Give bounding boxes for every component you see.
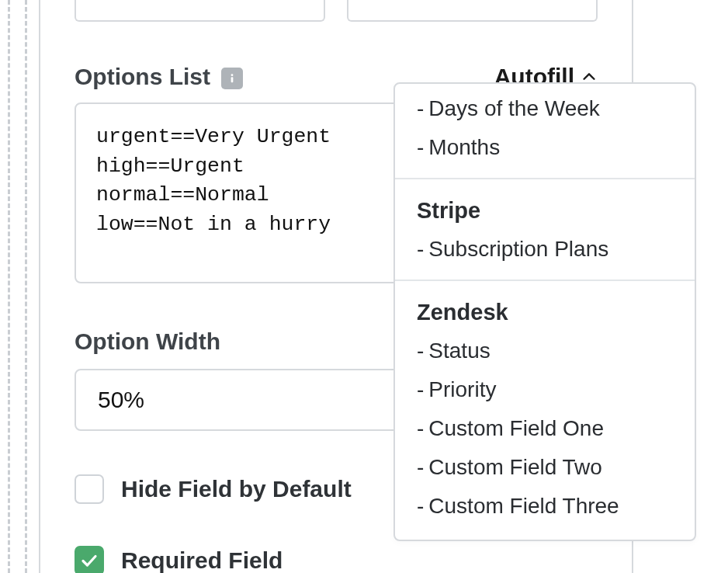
hide-field-checkbox[interactable] xyxy=(75,474,104,504)
autofill-option[interactable]: - Status xyxy=(395,332,695,370)
autofill-option[interactable]: - Custom Field Two xyxy=(395,448,695,487)
required-field-label: Required Field xyxy=(121,547,283,573)
top-input-right[interactable] xyxy=(347,0,598,22)
autofill-option-label: Custom Field Three xyxy=(428,494,619,519)
autofill-option[interactable]: - Priority xyxy=(395,370,695,409)
autofill-option-label: Priority xyxy=(428,377,496,402)
dash-icon: - xyxy=(417,455,424,480)
autofill-option[interactable]: - Days of the Week xyxy=(395,84,695,128)
options-list-label: Options List xyxy=(75,64,210,90)
top-input-left[interactable] xyxy=(75,0,325,22)
dash-icon: - xyxy=(417,339,424,363)
dropdown-divider xyxy=(395,178,695,179)
dash-icon: - xyxy=(417,494,424,519)
autofill-option-label: Subscription Plans xyxy=(428,237,608,262)
autofill-option-label: Status xyxy=(428,339,490,363)
tree-rail-2 xyxy=(25,0,27,573)
autofill-option[interactable]: - Subscription Plans xyxy=(395,230,695,269)
svg-rect-1 xyxy=(231,77,234,82)
autofill-option[interactable]: - Custom Field One xyxy=(395,409,695,448)
autofill-option-label: Days of the Week xyxy=(428,96,599,121)
dash-icon: - xyxy=(417,96,424,121)
autofill-option[interactable]: - Custom Field Three xyxy=(395,487,695,526)
required-field-checkbox[interactable] xyxy=(75,546,104,573)
dropdown-group-header: Stripe xyxy=(395,190,695,230)
dash-icon: - xyxy=(417,237,424,262)
info-icon[interactable] xyxy=(221,68,243,89)
autofill-option-label: Custom Field One xyxy=(428,416,604,441)
autofill-option[interactable]: - Months xyxy=(395,128,695,167)
svg-point-0 xyxy=(231,74,234,76)
dropdown-divider xyxy=(395,280,695,281)
dash-icon: - xyxy=(417,377,424,402)
tree-rail-1 xyxy=(8,0,10,573)
hide-field-label: Hide Field by Default xyxy=(121,476,352,502)
required-field-checkbox-row[interactable]: Required Field xyxy=(75,546,598,573)
dropdown-group-header: Zendesk xyxy=(395,292,695,332)
dash-icon: - xyxy=(417,135,424,160)
autofill-option-label: Custom Field Two xyxy=(428,455,602,480)
dash-icon: - xyxy=(417,416,424,441)
autofill-option-label: Months xyxy=(428,135,500,160)
autofill-dropdown: - Days of the Week- MonthsStripe- Subscr… xyxy=(393,82,696,541)
